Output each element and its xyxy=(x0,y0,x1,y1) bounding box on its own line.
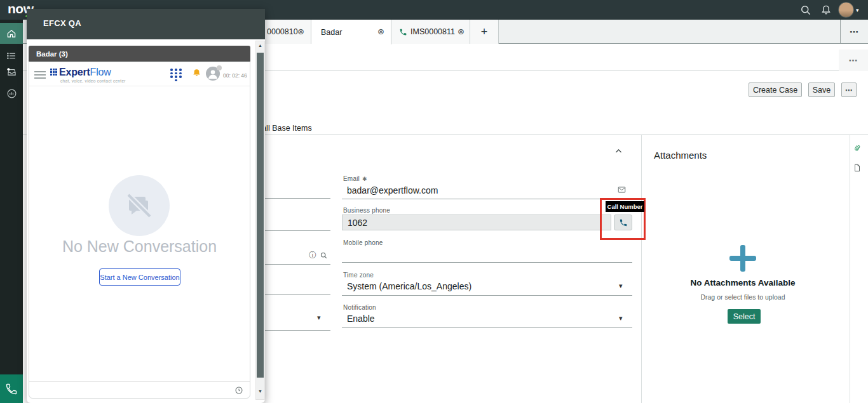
overflow-dots-icon: ⋯ xyxy=(849,57,858,63)
conversation-header-label: Badar (3) xyxy=(36,50,68,58)
start-conversation-button[interactable]: Start a New Conversation xyxy=(99,268,180,286)
user-avatar[interactable] xyxy=(838,2,854,18)
tab-close-icon[interactable]: ⊗ xyxy=(458,27,465,36)
call-number-tooltip: Call Number xyxy=(606,201,644,212)
nav-analytics-globe-icon[interactable] xyxy=(0,83,23,103)
attachments-panel-divider xyxy=(641,135,642,403)
field-underline xyxy=(254,330,330,331)
tab-close-icon[interactable]: ⊗ xyxy=(297,27,304,36)
chat-slash-icon xyxy=(124,190,154,221)
tab-strip-overflow-button[interactable]: ⋯ xyxy=(840,20,868,43)
field-underline xyxy=(254,294,330,295)
reference-lookup-icon[interactable] xyxy=(320,251,328,262)
tab-close-icon[interactable]: ⊗ xyxy=(377,27,384,36)
notification-label: Notification xyxy=(343,304,376,311)
tab-label: 0000810 xyxy=(267,27,298,36)
scroll-down-icon[interactable]: ▼ xyxy=(256,389,264,393)
attachments-paperclip-icon[interactable] xyxy=(852,143,862,156)
field-underline xyxy=(254,264,330,265)
notification-value[interactable]: Enable xyxy=(347,314,375,324)
info-icon[interactable]: ⓘ xyxy=(309,250,316,261)
no-conversation-badge xyxy=(109,175,170,236)
call-phone-icon xyxy=(399,28,407,36)
expertflow-widget: ExpertFlow chat, voice, video contact ce… xyxy=(29,62,250,399)
add-tab-button[interactable]: + xyxy=(470,20,499,44)
widget-header: ExpertFlow chat, voice, video contact ce… xyxy=(29,62,250,86)
tab-label: IMS0000811 xyxy=(410,27,455,36)
search-icon[interactable] xyxy=(798,3,813,18)
right-rail-divider xyxy=(850,135,850,403)
dialpad-icon[interactable] xyxy=(170,69,182,81)
brand-tagline: chat, voice, video contact center xyxy=(60,79,126,83)
overlay-title: EFCX QA xyxy=(43,18,81,28)
attachments-empty-hint: Drag or select files to upload xyxy=(641,293,844,301)
field-underline xyxy=(342,295,632,296)
expertflow-logo-grid-icon xyxy=(50,69,57,76)
history-clock-icon[interactable] xyxy=(234,386,243,397)
record-more-actions-button[interactable]: ⋯ xyxy=(841,83,857,97)
widget-bell-icon[interactable] xyxy=(191,68,202,81)
nav-inbox-icon[interactable] xyxy=(0,62,23,82)
nav-phone-call-button[interactable] xyxy=(0,374,23,403)
email-field-value[interactable]: badar@expertflow.com xyxy=(347,185,438,195)
nav-home-button[interactable] xyxy=(0,23,23,44)
email-envelope-icon[interactable] xyxy=(617,185,627,197)
add-attachment-plus-icon[interactable] xyxy=(729,245,756,272)
presence-status-dot xyxy=(217,65,222,70)
select-files-button[interactable]: Select xyxy=(728,309,761,324)
conversation-header-bar[interactable]: Badar (3) xyxy=(29,46,250,62)
document-icon[interactable] xyxy=(853,163,862,175)
email-field-label: Email✱ xyxy=(343,175,367,182)
tab-ims0000811[interactable]: IMS0000811 ⊗ xyxy=(391,20,470,44)
brand-light-text: Flow xyxy=(90,67,111,78)
overlay-titlebar[interactable]: EFCX QA xyxy=(27,9,265,39)
field-underline xyxy=(254,198,330,199)
attachments-title: Attachments xyxy=(654,150,707,161)
app-window: now ▾ xyxy=(0,0,868,403)
overflow-dots-icon: ⋯ xyxy=(845,87,853,93)
required-marker: ✱ xyxy=(362,176,367,182)
widget-footer xyxy=(29,381,250,398)
brand-bold-text: Expert xyxy=(59,67,90,78)
tab-label: Badar xyxy=(321,28,342,37)
scrollbar-thumb[interactable] xyxy=(257,53,264,378)
efcx-chat-overlay: EFCX QA Badar (3) ExpertFlow chat, voice… xyxy=(27,9,265,403)
overlay-scrollbar[interactable]: ▲ ▼ xyxy=(255,41,265,400)
attachments-empty-title: No Attachments Available xyxy=(641,278,844,287)
business-phone-input[interactable]: 1062 xyxy=(342,215,611,230)
tab-badar[interactable]: Badar ⊗ xyxy=(311,20,391,44)
business-phone-value: 1062 xyxy=(348,218,367,228)
section-collapse-chevron-icon[interactable] xyxy=(614,147,623,159)
dropdown-caret-icon[interactable]: ▾ xyxy=(317,314,321,322)
field-underline xyxy=(342,262,632,263)
call-timer: 00: 02: 46 xyxy=(223,72,247,79)
notifications-bell-icon[interactable] xyxy=(818,3,834,18)
expertflow-logo: ExpertFlow xyxy=(59,67,111,78)
mobile-phone-label: Mobile phone xyxy=(343,239,383,246)
time-zone-value[interactable]: System (America/Los_Angeles) xyxy=(347,281,471,291)
create-case-button[interactable]: Create Case xyxy=(749,83,802,97)
scroll-up-icon[interactable]: ▲ xyxy=(256,43,264,48)
left-nav-rail xyxy=(0,20,23,403)
save-button[interactable]: Save xyxy=(808,83,835,97)
time-zone-label: Time zone xyxy=(343,272,374,279)
field-underline xyxy=(342,327,632,328)
field-underline xyxy=(342,199,632,199)
overflow-dots-icon: ⋯ xyxy=(850,29,859,35)
business-phone-label: Business phone xyxy=(343,207,390,214)
field-underline xyxy=(254,230,330,231)
dropdown-caret-icon[interactable]: ▾ xyxy=(619,314,623,322)
no-conversation-message: No New Conversation xyxy=(29,237,250,256)
toolbar-overflow-button[interactable]: ⋯ xyxy=(839,50,868,71)
avatar-caret-down-icon[interactable]: ▾ xyxy=(856,7,859,13)
dropdown-caret-icon[interactable]: ▾ xyxy=(619,282,623,290)
menu-hamburger-icon[interactable] xyxy=(34,71,46,79)
